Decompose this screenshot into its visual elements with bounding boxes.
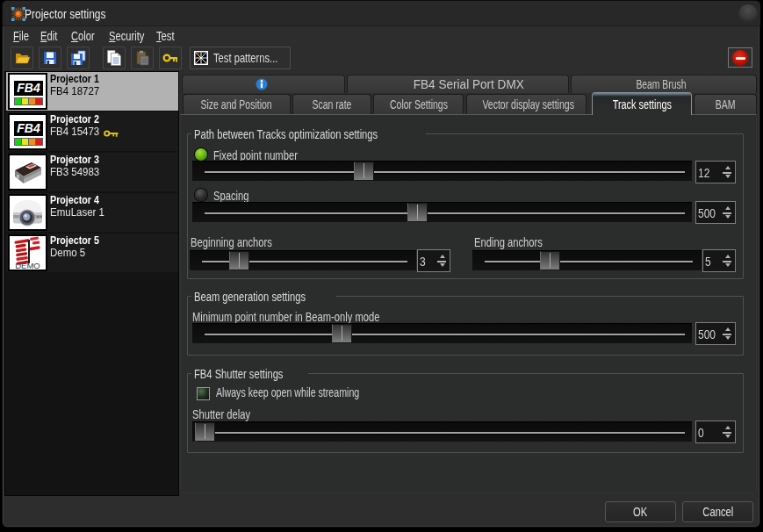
svg-text:DEMO: DEMO — [15, 261, 40, 270]
